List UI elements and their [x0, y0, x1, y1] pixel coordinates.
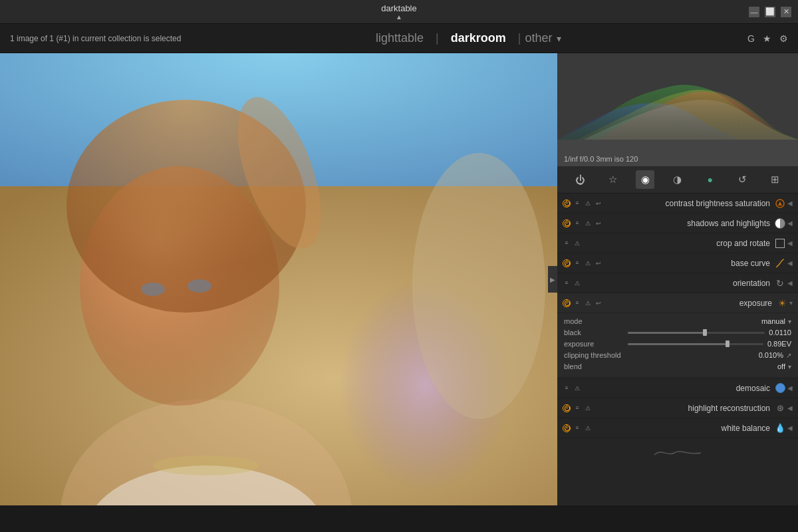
black-label: black: [564, 329, 624, 336]
module-presets-btn[interactable]: ≡: [573, 259, 581, 267]
photo-svg: [0, 53, 557, 505]
module-exposure-header[interactable]: ⏻ ≡ ⚠ ↩ exposure ☀ ▾: [557, 293, 798, 313]
module-presets-btn[interactable]: ≡: [573, 424, 581, 432]
module-warning-btn[interactable]: ⚠: [584, 424, 592, 432]
module-power-btn[interactable]: ⏻: [563, 259, 571, 267]
module-presets-btn[interactable]: ≡: [573, 200, 581, 207]
photo-container: [0, 53, 557, 505]
nav-sep1: |: [432, 31, 443, 45]
close-button[interactable]: ✕: [781, 7, 791, 17]
minimize-button[interactable]: —: [749, 7, 759, 17]
module-warning-btn[interactable]: ⚠: [584, 404, 592, 412]
top-nav: lighttable | darkroom | other ▾: [368, 31, 561, 45]
module-controls: ⏻ ≡ ⚠ ↩: [563, 299, 602, 307]
module-icon-grid[interactable]: ⊞: [765, 170, 784, 189]
module-base-curve[interactable]: ⏻ ≡ ⚠ ↩ base curve ◀: [557, 253, 798, 273]
module-expand-arrow[interactable]: ◀: [787, 424, 793, 432]
svg-point-11: [153, 456, 259, 475]
exposure-label: exposure: [564, 340, 624, 348]
module-icon-half[interactable]: ◑: [668, 170, 687, 189]
module-expand-arrow[interactable]: ◀: [787, 219, 793, 227]
module-crop-rotate[interactable]: ≡ ⚠ crop and rotate ◀: [557, 233, 798, 253]
module-warning-btn[interactable]: ⚠: [584, 259, 592, 267]
module-controls: ⏻ ≡ ⚠: [563, 404, 592, 412]
black-slider[interactable]: [628, 332, 765, 334]
titlebar-controls: — ⬜ ✕: [749, 7, 791, 17]
module-right-icon: ⊛: [774, 402, 786, 414]
module-power-btn[interactable]: ⏻: [563, 200, 571, 207]
module-icon-refresh[interactable]: ↺: [733, 170, 752, 189]
module-history-btn[interactable]: ↩: [595, 200, 602, 207]
module-warning-btn[interactable]: ⚠: [573, 239, 581, 247]
module-label: highlight reconstruction: [592, 404, 774, 413]
module-presets-btn[interactable]: ≡: [573, 404, 581, 412]
module-contrast-brightness-saturation[interactable]: ⏻ ≡ ⚠ ↩ contrast brightness saturation ◀: [557, 194, 798, 213]
module-icon-color[interactable]: ●: [701, 170, 720, 189]
nav-sep2: |: [514, 31, 525, 45]
module-warning-btn[interactable]: ⚠: [573, 384, 581, 392]
module-warning-btn[interactable]: ⚠: [573, 279, 581, 287]
module-right-icon: [774, 382, 786, 394]
module-expand-arrow[interactable]: ◀: [787, 200, 793, 207]
module-power-btn[interactable]: ⏻: [563, 424, 571, 432]
exposure-slider[interactable]: [628, 343, 763, 345]
histogram-panel: 1/inf f/0.0 3mm iso 120: [557, 53, 798, 166]
status-text: 1 image of 1 (#1) in current collection …: [10, 34, 181, 43]
module-controls: ⏻ ≡ ⚠ ↩: [563, 200, 602, 207]
module-label: crop and rotate: [581, 239, 774, 248]
exposure-value-row: exposure 0.89EV: [564, 340, 791, 348]
mode-label: mode: [564, 317, 624, 325]
svg-point-8: [141, 283, 165, 296]
module-history-btn[interactable]: ↩: [595, 219, 602, 227]
star-icon[interactable]: ★: [763, 33, 771, 44]
module-warning-btn[interactable]: ⚠: [584, 219, 592, 227]
module-expand-arrow[interactable]: ◀: [787, 239, 793, 247]
module-warning-btn[interactable]: ⚠: [584, 299, 592, 307]
blend-dropdown-icon[interactable]: ▾: [788, 363, 791, 370]
module-demosaic[interactable]: ≡ ⚠ demosaic ◀: [557, 378, 798, 398]
nav-other[interactable]: other: [525, 31, 553, 45]
module-history-btn[interactable]: ↩: [595, 259, 602, 267]
module-presets-btn[interactable]: ≡: [563, 279, 571, 287]
mode-dropdown-icon[interactable]: ▾: [788, 318, 791, 325]
module-expand-arrow[interactable]: ▾: [789, 299, 793, 307]
module-power-btn[interactable]: ⏻: [563, 404, 571, 412]
clipping-link-icon[interactable]: ↗: [786, 352, 791, 359]
module-power-btn[interactable]: ⏻: [563, 219, 571, 227]
module-icons-row: ⏻ ☆ ◉ ◑ ● ↺ ⊞: [557, 166, 798, 194]
module-icon-power[interactable]: ⏻: [571, 170, 589, 189]
bottom-curve-area: [557, 438, 798, 465]
module-expand-arrow[interactable]: ◀: [787, 404, 793, 412]
module-history-btn[interactable]: ↩: [595, 299, 602, 307]
module-presets-btn[interactable]: ≡: [563, 384, 571, 392]
module-warning-btn[interactable]: ⚠: [584, 200, 592, 207]
nav-dropdown-icon[interactable]: ▾: [557, 33, 561, 44]
exposure-black-row: black 0.0110: [564, 329, 791, 336]
module-shadows-highlights[interactable]: ⏻ ≡ ⚠ ↩ shadows and highlights ◀: [557, 213, 798, 233]
module-expand-arrow[interactable]: ◀: [787, 259, 793, 267]
nav-darkroom[interactable]: darkroom: [443, 31, 514, 45]
module-orientation[interactable]: ≡ ⚠ orientation ↻ ◀: [557, 273, 798, 293]
blend-value: off: [777, 362, 785, 370]
module-exposure: ⏻ ≡ ⚠ ↩ exposure ☀ ▾ mode manual ▾: [557, 293, 798, 378]
gear-icon[interactable]: ⚙: [779, 33, 788, 44]
module-white-balance[interactable]: ⏻ ≡ ⚠ white balance 💧 ◀: [557, 418, 798, 438]
module-expand-arrow[interactable]: ◀: [787, 384, 793, 392]
module-icon-star[interactable]: ☆: [603, 170, 622, 189]
maximize-button[interactable]: ⬜: [765, 7, 775, 17]
module-highlight-reconstruction[interactable]: ⏻ ≡ ⚠ highlight reconstruction ⊛ ◀: [557, 398, 798, 418]
nav-lighttable[interactable]: lighttable: [368, 31, 432, 45]
exposure-body: mode manual ▾ black 0.0110: [557, 313, 798, 378]
module-presets-btn[interactable]: ≡: [573, 299, 581, 307]
clipping-label: clipping threshold: [564, 351, 624, 359]
module-expand-arrow[interactable]: ◀: [787, 279, 793, 287]
module-icon-circle[interactable]: ◉: [636, 170, 654, 189]
module-presets-btn[interactable]: ≡: [563, 239, 571, 247]
module-power-btn[interactable]: ⏻: [563, 299, 571, 307]
module-label: demosaic: [581, 384, 774, 393]
module-presets-btn[interactable]: ≡: [573, 219, 581, 227]
panel-collapse-button[interactable]: ▶: [548, 266, 557, 293]
module-controls: ⏻ ≡ ⚠: [563, 424, 592, 432]
histogram-info: 1/inf f/0.0 3mm iso 120: [564, 155, 638, 163]
g-icon[interactable]: G: [747, 33, 755, 44]
